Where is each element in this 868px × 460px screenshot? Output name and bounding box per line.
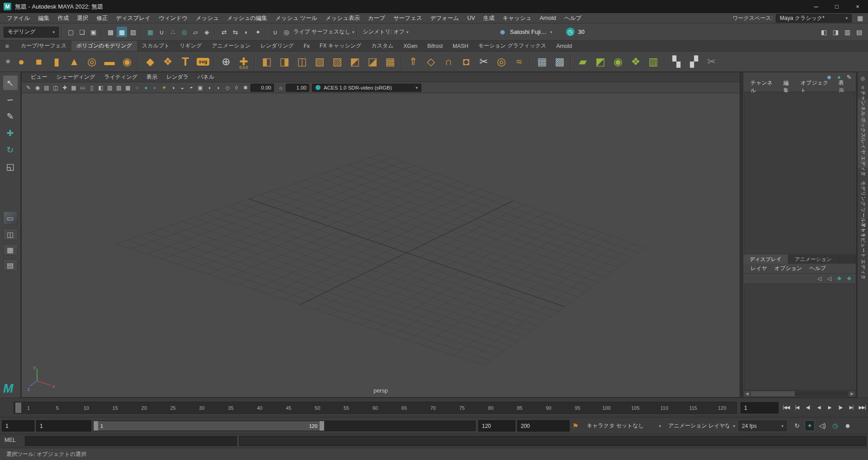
- xray-joints-icon[interactable]: ◗: [214, 84, 222, 92]
- gamma-field[interactable]: 1.00: [286, 84, 309, 92]
- play-forward-button[interactable]: ▶: [825, 401, 835, 413]
- play-backward-button[interactable]: ◀: [814, 401, 824, 413]
- layer-menu-item[interactable]: オプション: [771, 265, 806, 272]
- group-divider[interactable]: [355, 26, 359, 38]
- extract-icon[interactable]: ◩: [347, 53, 363, 70]
- cut-tool-icon[interactable]: ✂: [703, 53, 720, 70]
- new-scene-icon[interactable]: ▢: [66, 27, 76, 37]
- scale-tool-button[interactable]: ◱: [3, 159, 18, 174]
- xray-icon[interactable]: ◖: [205, 84, 213, 92]
- animation-preferences-icon[interactable]: ☻: [843, 420, 853, 431]
- exposure-icon[interactable]: ✱: [241, 84, 250, 92]
- motion-blur-icon[interactable]: ◓: [187, 84, 195, 92]
- step-forward-key-button[interactable]: ▶|: [846, 401, 856, 413]
- command-input[interactable]: [25, 436, 237, 446]
- layout-two-pane-button[interactable]: ◫: [3, 228, 18, 240]
- menubar-item[interactable]: ヘルプ: [560, 13, 585, 23]
- shelf-tab[interactable]: レンダリング: [255, 41, 299, 51]
- shelf-tab[interactable]: カーブ/サーフェス: [16, 41, 71, 51]
- poly-torus-icon[interactable]: ◎: [84, 53, 100, 70]
- toggle-modeling-toolkit-icon[interactable]: ▤: [854, 27, 864, 37]
- bevel-icon[interactable]: ◇: [423, 53, 439, 70]
- conform-icon[interactable]: ◉: [610, 53, 626, 70]
- symmetry-label[interactable]: シンメトリ: オフ: [363, 28, 405, 36]
- bridge-icon[interactable]: ∩: [440, 53, 457, 70]
- poly-disc-icon[interactable]: ◉: [119, 53, 135, 70]
- layer-editor-tab[interactable]: アニメーション: [788, 255, 839, 264]
- snap-projected-center-icon[interactable]: ◎: [179, 27, 189, 37]
- command-language-toggle[interactable]: MEL: [5, 437, 16, 443]
- layer-list-area[interactable]: [744, 284, 855, 390]
- sidebar-menu-icon[interactable]: ≡: [859, 84, 867, 91]
- maximize-button[interactable]: □: [826, 0, 847, 13]
- poly-cone-icon[interactable]: ▲: [66, 53, 82, 70]
- workspace-dropdown[interactable]: Maya クラシック* ▾: [776, 14, 852, 23]
- scroll-left-button[interactable]: ◀: [744, 391, 750, 397]
- user-name[interactable]: Satoshi Fuji…: [510, 28, 547, 35]
- layout-single-pane-button[interactable]: ▭: [3, 211, 18, 225]
- menubar-item[interactable]: UV: [463, 13, 479, 23]
- poly-plane-icon[interactable]: ▬: [101, 53, 118, 70]
- move-tool-button[interactable]: ✚: [3, 126, 18, 140]
- anim-clock-icon[interactable]: ◷: [830, 420, 840, 431]
- exposure-toggle-icon[interactable]: ◊: [232, 84, 241, 92]
- camera-bookmark-icon[interactable]: ▤: [42, 84, 51, 92]
- go-to-end-button[interactable]: ▶▶|: [857, 401, 867, 413]
- separate-icon[interactable]: ▨: [329, 53, 345, 70]
- sweep-mesh-icon[interactable]: ❖: [160, 53, 176, 70]
- multi-cut-icon[interactable]: ✂: [476, 53, 492, 70]
- menubar-item[interactable]: デフォーム: [426, 13, 463, 23]
- menubar-item[interactable]: メッシュの編集: [223, 13, 271, 23]
- pattern-icon[interactable]: ▞: [686, 53, 702, 70]
- snap-grid-icon[interactable]: ▦: [145, 27, 156, 37]
- chevron-down-icon[interactable]: ▾: [352, 30, 354, 34]
- open-scene-icon[interactable]: ❏: [77, 27, 87, 37]
- toggle-attribute-editor-icon[interactable]: ◧: [819, 27, 829, 37]
- isolate-select-icon[interactable]: ◇: [223, 84, 231, 92]
- film-gate-icon[interactable]: ▭: [79, 84, 87, 92]
- menubar-item[interactable]: メッシュ表示: [321, 13, 364, 23]
- snap-view-plane-icon[interactable]: ▱: [190, 27, 201, 37]
- uv-checker-icon[interactable]: ▚: [668, 53, 684, 70]
- shelf-tab[interactable]: リギング: [175, 41, 207, 51]
- boolean-intersection-icon[interactable]: ◫: [294, 53, 310, 70]
- group-divider[interactable]: [213, 26, 217, 38]
- time-slider[interactable]: 1510152025303540455055606570758085909510…: [14, 402, 737, 414]
- sculpt-tool-icon[interactable]: ▥: [645, 53, 661, 70]
- layout-four-pane-button[interactable]: ▦: [3, 244, 18, 256]
- shadows-icon[interactable]: ◑: [169, 84, 177, 92]
- poly-cube-icon[interactable]: ■: [31, 53, 47, 70]
- shelf-tab[interactable]: FX キャッシング: [315, 41, 366, 51]
- new-layer-from-selected-icon[interactable]: ❖: [845, 275, 853, 283]
- scroll-right-button[interactable]: ▶: [849, 391, 855, 397]
- wireframe-mode-icon[interactable]: ○: [133, 84, 141, 92]
- snap-point-icon[interactable]: ∴: [168, 27, 178, 37]
- scrollbar-track[interactable]: [751, 391, 848, 396]
- range-end-handle[interactable]: [320, 421, 324, 431]
- combine-icon[interactable]: ▧: [311, 53, 328, 70]
- select-object-icon[interactable]: ▦: [117, 27, 127, 37]
- user-avatar-icon[interactable]: ☻: [499, 28, 506, 36]
- playback-loop-icon[interactable]: ↻: [792, 420, 802, 431]
- grid-toggle-icon[interactable]: ▦: [70, 84, 78, 92]
- platonic-solid-icon[interactable]: ◆: [142, 53, 158, 70]
- current-frame-field[interactable]: 1: [741, 402, 778, 413]
- shelf-gear-icon[interactable]: ✳: [3, 57, 13, 67]
- workspace-layout-icon[interactable]: ▦: [855, 13, 865, 24]
- group-divider[interactable]: [264, 26, 269, 38]
- pin-sidebar-icon[interactable]: ◎: [859, 75, 867, 82]
- frame-selection-icon[interactable]: ⊕: [218, 53, 234, 70]
- playback-end-field[interactable]: 120: [478, 420, 515, 432]
- duplicate-face-icon[interactable]: ◪: [364, 53, 381, 70]
- animation-layer-dropdown[interactable]: アニメーション レイヤなし ▾: [665, 421, 738, 431]
- edit-edge-flow-icon[interactable]: ≈: [511, 53, 527, 70]
- quad-draw-icon[interactable]: ▰: [575, 53, 591, 70]
- save-scene-icon[interactable]: ▣: [88, 27, 99, 37]
- snap-curve-icon[interactable]: ∪: [156, 27, 167, 37]
- range-slider-bar[interactable]: 1 120: [94, 421, 324, 431]
- viewport-menu-item[interactable]: ビュー: [26, 73, 52, 81]
- menubar-item[interactable]: 生成: [479, 13, 499, 23]
- live-surface-label[interactable]: ライブ サーフェスなし: [293, 28, 350, 36]
- shelf-tab[interactable]: Bifrost: [422, 41, 448, 51]
- viewport-canvas[interactable]: x y z persp: [22, 93, 740, 397]
